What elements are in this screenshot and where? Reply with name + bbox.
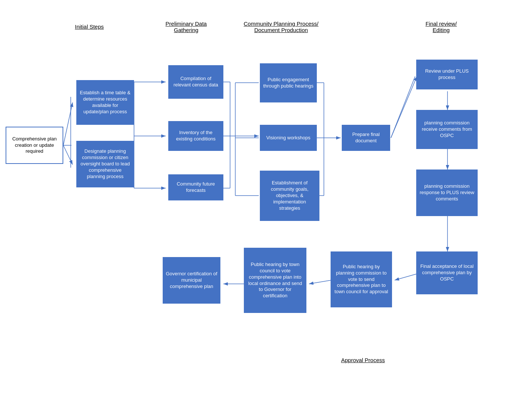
visioning-box: Visioning workshops <box>260 125 317 151</box>
public-hearing-planning-box: Public hearing by planning commission to… <box>331 251 392 307</box>
prepare-final-box: Prepare final document <box>342 125 390 151</box>
review-plus-box: Review under PLUS process <box>416 60 478 89</box>
svg-line-28 <box>395 274 417 280</box>
designate-planning-box: Designate planning commission or citizen… <box>76 141 134 187</box>
svg-line-24 <box>391 76 417 138</box>
governor-cert-box: Governor certification of municipal comp… <box>163 257 220 304</box>
header-preliminary: Preliminary DataGathering <box>154 20 218 33</box>
establishment-box: Establishment of community goals, object… <box>260 171 319 221</box>
public-hearing-council-box: Public hearing by town council to vote c… <box>244 248 306 313</box>
compilation-box: Compilation of relevant census data <box>168 65 223 99</box>
approval-process-label: Approval Process <box>328 357 398 363</box>
planning-response-box: planning commission response to PLUS rev… <box>416 170 478 216</box>
establish-time-box: Establish a time table & determine resou… <box>76 80 134 125</box>
inventory-box: Inventory of the existing conditions <box>168 121 223 151</box>
public-engagement-box: Public engagement through public hearing… <box>260 63 317 102</box>
header-community: Community Planning Process/Document Prod… <box>238 20 324 33</box>
final-acceptance-box: Final acceptance of local comprehensive … <box>416 251 478 294</box>
svg-line-1 <box>63 102 73 145</box>
diagram-container: Initial Steps Preliminary DataGathering … <box>0 0 532 399</box>
svg-line-23 <box>391 76 415 138</box>
comp-plan-box: Comprehensive plan creation or update re… <box>6 127 63 164</box>
planning-receive-box: planning commission receive comments fro… <box>416 110 478 149</box>
svg-line-2 <box>63 145 73 165</box>
svg-line-29 <box>309 280 331 284</box>
header-initial-steps: Initial Steps <box>58 23 121 30</box>
header-final: Final review/Editing <box>404 20 478 33</box>
community-future-box: Community future forecasts <box>168 174 223 200</box>
